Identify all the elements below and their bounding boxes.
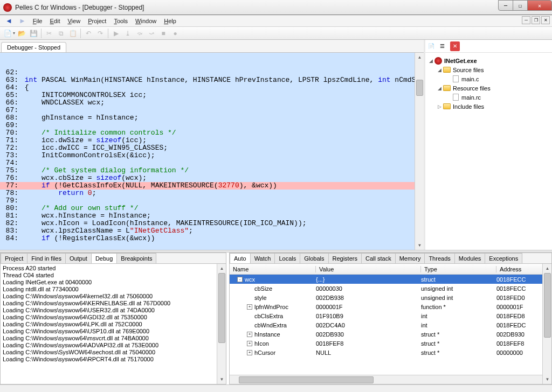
project-view-button[interactable]: 📄 [426, 41, 436, 51]
code-line[interactable]: 80 /* Add our own stuff */ [0, 205, 424, 212]
editor-tab-active[interactable]: Debugger - Stopped [1, 42, 66, 52]
new-file-button[interactable]: 📄 [2, 28, 13, 39]
tree-folder[interactable]: ◢Resource files [427, 83, 550, 93]
tab-breakpoints[interactable]: Breakpoints [116, 253, 156, 263]
scroll-up-icon[interactable]: ▲ [543, 264, 551, 273]
output-scrollbar[interactable]: ▲ ▼ [217, 264, 226, 384]
open-file-button[interactable]: 📂 [16, 28, 27, 39]
variable-row[interactable]: -wcx{...}struct0018FECC [230, 275, 551, 284]
tab-locals[interactable]: Locals [274, 253, 300, 263]
tree-folder[interactable]: ▷Include files [427, 102, 550, 111]
code-line[interactable]: 67 [0, 107, 424, 114]
scroll-down-icon[interactable]: ▼ [543, 375, 551, 384]
scroll-up-icon[interactable]: ▲ [217, 264, 226, 273]
code-line[interactable]: 65 INITCOMMONCONTROLSEX icc; [0, 92, 424, 99]
project-close-button[interactable]: ✕ [450, 41, 460, 51]
code-line[interactable]: 62 [0, 69, 424, 76]
variable-row[interactable]: +hInstance002DB930struct *002DB930 [230, 330, 551, 339]
code-line[interactable]: 75 /* Get system dialog information */ [0, 167, 424, 174]
code-line[interactable]: 84 if (!RegisterClassEx(&wcx)) [0, 235, 424, 242]
window-minimize-button[interactable]: ─ [498, 0, 513, 11]
code-line[interactable]: 68 ghInstance = hInstance; [0, 114, 424, 122]
variable-row[interactable]: +hCursorNULLstruct *00000000 [230, 348, 551, 357]
code-line[interactable]: 66 WNDCLASSEX wcx; [0, 99, 424, 107]
step-out-button[interactable]: ⤻ [146, 28, 157, 39]
vars-scrollbar-h[interactable] [230, 375, 542, 384]
variable-row[interactable]: cbWndExtra002DC4A0int0018FEDC [230, 320, 551, 330]
scrollbar-thumb[interactable] [544, 273, 551, 338]
menu-window[interactable]: Window [132, 17, 160, 25]
scrollbar-thumb[interactable] [416, 80, 423, 96]
variable-row[interactable]: +lpfnWndProc0000001Ffunction *0000001F [230, 302, 551, 311]
tab-project[interactable]: Project [1, 253, 27, 263]
tab-find-in-files[interactable]: Find in files [27, 253, 66, 263]
code-editor[interactable]: 62 63 int PASCAL WinMain(HINSTANCE hInst… [0, 53, 424, 250]
menu-file[interactable]: File [29, 17, 46, 25]
variable-row[interactable]: style002DB938unsigned int0018FED0 [230, 293, 551, 302]
step-button[interactable]: ⤓ [122, 28, 133, 39]
col-name[interactable]: Name [230, 266, 316, 272]
code-line[interactable]: 79 [0, 197, 424, 205]
code-line[interactable]: 71 icc.dwSize = sizeof(icc); [0, 137, 424, 144]
tree-file[interactable]: main.rc [427, 93, 550, 102]
mdi-restore-button[interactable]: ❐ [532, 16, 540, 24]
tab-exceptions[interactable]: Exceptions [485, 253, 522, 263]
nav-back-icon[interactable]: ◄ [5, 17, 12, 25]
scrollbar-thumb[interactable] [218, 273, 225, 343]
code-line[interactable]: 77 if (!GetClassInfoEx(NULL, MAKEINTRESO… [0, 182, 424, 190]
breakpoint-button[interactable]: ● [170, 28, 181, 39]
variable-row[interactable]: cbClsExtra01F910B9int0018FED8 [230, 311, 551, 320]
tab-memory[interactable]: Memory [395, 253, 425, 263]
code-line[interactable]: 78 return 0; [0, 190, 424, 197]
code-line[interactable]: 83 wcx.lpszClassName = L"INetGetClass"; [0, 227, 424, 235]
col-value[interactable]: Value [316, 266, 421, 272]
variables-list[interactable]: -wcx{...}struct0018FECCcbSize00000030uns… [230, 275, 551, 357]
code-line[interactable]: 76 wcx.cbSize = sizeof(wcx); [0, 174, 424, 182]
tab-debug[interactable]: Debug [91, 253, 117, 263]
project-tree[interactable]: ◢INetGet.exe◢Source filesmain.c◢Resource… [425, 53, 552, 250]
scrollbar-thumb[interactable] [239, 376, 374, 383]
mdi-minimize-button[interactable]: ─ [522, 16, 530, 24]
stop-button[interactable]: ■ [158, 28, 169, 39]
tree-file[interactable]: main.c [427, 74, 550, 83]
tab-call-stack[interactable]: Call stack [361, 253, 396, 263]
menu-help[interactable]: Help [160, 17, 180, 25]
step-over-button[interactable]: ⤼ [134, 28, 145, 39]
scroll-up-icon[interactable]: ▲ [415, 53, 424, 62]
tab-registers[interactable]: Registers [328, 253, 362, 263]
menu-edit[interactable]: Edit [46, 17, 64, 25]
col-type[interactable]: Type [421, 266, 496, 272]
scroll-down-icon[interactable]: ▼ [415, 241, 424, 250]
code-line[interactable]: 70 /* Initialize common controls */ [0, 129, 424, 137]
tree-folder[interactable]: ◢Source files [427, 65, 550, 74]
variable-row[interactable]: +hIcon0018FEF8struct *0018FEF8 [230, 339, 551, 348]
tree-root[interactable]: ◢INetGet.exe [427, 56, 550, 65]
code-line[interactable]: 69 [0, 122, 424, 129]
code-line[interactable]: 64 { [0, 84, 424, 92]
tab-output[interactable]: Output [65, 253, 92, 263]
tab-modules[interactable]: Modules [454, 253, 486, 263]
project-list-button[interactable]: ☰ [437, 41, 447, 51]
window-close-button[interactable]: ✕ [527, 0, 552, 11]
tab-globals[interactable]: Globals [300, 253, 328, 263]
code-line[interactable]: 82 wcx.hIcon = LoadIcon(hInstance, MAKEI… [0, 220, 424, 227]
variable-row[interactable]: cbSize00000030unsigned int0018FECC [230, 284, 551, 293]
tab-watch[interactable]: Watch [250, 253, 275, 263]
tab-auto[interactable]: Auto [230, 253, 251, 263]
code-line[interactable]: 81 wcx.hInstance = hInstance; [0, 212, 424, 220]
menu-project[interactable]: Project [84, 17, 110, 25]
menu-tools[interactable]: Tools [110, 17, 132, 25]
window-maximize-button[interactable]: ☐ [513, 0, 528, 11]
code-line[interactable]: 63 int PASCAL WinMain(HINSTANCE hInstanc… [0, 76, 424, 84]
code-line[interactable]: 72 icc.dwICC = ICC_WIN95_CLASSES; [0, 144, 424, 152]
run-button[interactable]: ▶ [111, 28, 121, 39]
scroll-down-icon[interactable]: ▼ [217, 375, 226, 384]
mdi-close-button[interactable]: ✕ [541, 16, 550, 24]
code-line[interactable]: 73 InitCommonControlsEx(&icc); [0, 152, 424, 159]
vars-scrollbar-v[interactable]: ▲ ▼ [542, 264, 551, 384]
tab-threads[interactable]: Threads [424, 253, 454, 263]
code-line[interactable]: 74 [0, 159, 424, 167]
menu-view[interactable]: View [64, 17, 84, 25]
debug-log[interactable]: Process A20 started Thread C04 started L… [1, 264, 226, 364]
editor-scrollbar-vertical[interactable]: ▲ ▼ [415, 53, 424, 250]
